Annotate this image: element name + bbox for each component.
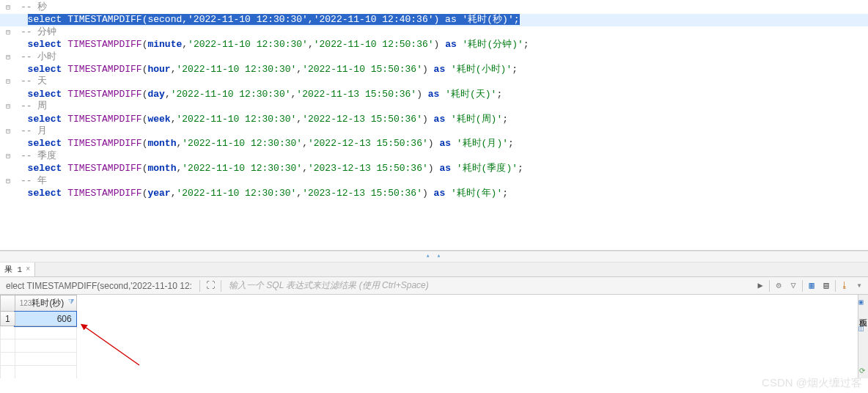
- code-line[interactable]: select TIMESTAMPDIFF(month,'2022-11-10 1…: [0, 138, 868, 150]
- separator: [769, 280, 770, 292]
- side-panel: ▣ 面板 ◫ ⟳: [858, 295, 868, 378]
- column-filter-icon[interactable]: ⧩: [68, 298, 74, 306]
- separator: [199, 280, 200, 292]
- result-tabs: 果 1 ×: [0, 262, 868, 277]
- play-icon[interactable]: ▶: [754, 280, 766, 292]
- code-line[interactable]: ⊟-- 年: [0, 175, 868, 188]
- code-line[interactable]: ⊟-- 季度: [0, 150, 868, 163]
- comment-text: -- 月: [10, 125, 47, 137]
- type-indicator: 123: [20, 299, 32, 307]
- collapse-icon[interactable]: ◫: [859, 324, 868, 333]
- comment-text: -- 周: [10, 100, 47, 112]
- cell-value[interactable]: 606: [15, 312, 76, 326]
- separator: [221, 280, 221, 292]
- sql-statement: select TIMESTAMPDIFF(hour,'2022-11-10 12…: [28, 64, 518, 75]
- code-line[interactable]: select TIMESTAMPDIFF(minute,'2022-11-10 …: [0, 39, 868, 51]
- tab-label: 果 1: [4, 264, 22, 275]
- sql-statement: select TIMESTAMPDIFF(minute,'2022-11-10 …: [28, 39, 529, 50]
- grid-icon[interactable]: ▦: [806, 280, 817, 292]
- sql-statement: select TIMESTAMPDIFF(week,'2022-11-10 12…: [28, 114, 508, 125]
- expand-icon[interactable]: ⛶: [205, 280, 216, 292]
- code-line[interactable]: ⊟-- 天: [0, 76, 868, 88]
- export-icon[interactable]: ⭳: [839, 280, 850, 292]
- table-row[interactable]: 1 606: [1, 312, 77, 326]
- sql-statement: select TIMESTAMPDIFF(day,'2022-11-10 12:…: [28, 89, 503, 100]
- code-line[interactable]: select TIMESTAMPDIFF(week,'2022-11-10 12…: [0, 114, 868, 125]
- sql-editor[interactable]: ⊟-- 秒 select TIMESTAMPDIFF(second,'2022-…: [0, 0, 868, 251]
- sql-statement: select TIMESTAMPDIFF(second,'2022-11-10 …: [28, 14, 520, 25]
- comment-text: -- 小时: [10, 51, 56, 63]
- panel-toggle-icon[interactable]: ▣: [859, 298, 868, 306]
- code-line[interactable]: ⊟-- 秒: [0, 1, 868, 14]
- code-line[interactable]: ⊟-- 周: [0, 100, 868, 113]
- code-line[interactable]: select TIMESTAMPDIFF(month,'2022-11-10 1…: [0, 163, 868, 175]
- comment-text: -- 年: [10, 175, 47, 187]
- settings-icon[interactable]: ⚙: [773, 280, 784, 292]
- code-line[interactable]: ⊟-- 小时: [0, 51, 868, 64]
- text-icon[interactable]: ▤: [820, 280, 832, 292]
- code-line[interactable]: ⊟-- 分钟: [0, 26, 868, 39]
- comment-text: -- 秒: [10, 1, 47, 13]
- code-line[interactable]: select TIMESTAMPDIFF(year,'2022-11-10 12…: [0, 188, 868, 199]
- query-summary: elect TIMESTAMPDIFF(second,'2022-11-10 1…: [3, 281, 195, 291]
- code-line[interactable]: select TIMESTAMPDIFF(second,'2022-11-10 …: [0, 14, 868, 26]
- row-number: 1: [1, 312, 15, 326]
- code-line[interactable]: ⊟-- 月: [0, 125, 868, 138]
- code-line[interactable]: select TIMESTAMPDIFF(day,'2022-11-10 12:…: [0, 89, 868, 100]
- comment-text: -- 天: [10, 76, 47, 87]
- filter-input[interactable]: 输入一个 SQL 表达式来过滤结果 (使用 Ctrl+Space): [226, 279, 750, 292]
- column-name: 耗时(秒): [32, 298, 64, 308]
- sql-statement: select TIMESTAMPDIFF(month,'2022-11-10 1…: [28, 138, 514, 149]
- table-row-empty: [1, 353, 77, 366]
- filter-funnel-icon[interactable]: ▽: [787, 280, 799, 292]
- comment-text: -- 分钟: [10, 26, 56, 38]
- sql-statement: select TIMESTAMPDIFF(month,'2022-11-10 1…: [28, 163, 523, 174]
- table-row-empty: [1, 339, 77, 353]
- table-row-empty: [1, 366, 77, 379]
- table-row-empty: [1, 326, 77, 339]
- more-icon[interactable]: ▾: [853, 280, 865, 292]
- column-header[interactable]: 123耗时(秒) ⧩: [15, 295, 76, 312]
- comment-text: -- 季度: [10, 150, 56, 162]
- corner-cell: [1, 295, 15, 312]
- separator: [835, 280, 836, 292]
- refresh-icon[interactable]: ⟳: [859, 367, 868, 375]
- result-area: 123耗时(秒) ⧩ 1 606 ▣ 面板 ◫ ⟳: [0, 295, 868, 378]
- result-toolbar: elect TIMESTAMPDIFF(second,'2022-11-10 1…: [0, 277, 868, 295]
- sql-statement: select TIMESTAMPDIFF(year,'2022-11-10 12…: [28, 188, 508, 199]
- editor-scrollbar[interactable]: ▴ ▴: [0, 251, 868, 262]
- result-tab-1[interactable]: 果 1 ×: [0, 262, 35, 276]
- splitter-handle-icon[interactable]: ▴ ▴: [426, 251, 442, 260]
- code-line[interactable]: select TIMESTAMPDIFF(hour,'2022-11-10 12…: [0, 64, 868, 76]
- separator: [802, 280, 803, 292]
- close-icon[interactable]: ×: [26, 265, 30, 273]
- result-grid[interactable]: 123耗时(秒) ⧩ 1 606: [0, 295, 858, 378]
